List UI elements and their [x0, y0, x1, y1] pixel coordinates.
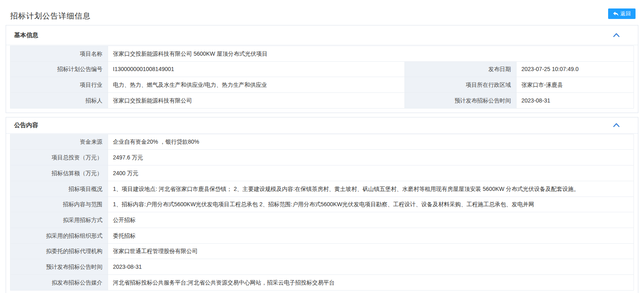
table-row: 资金来源 企业自有资金20% ，银行贷款80%	[10, 134, 634, 150]
announcement-title: 公告内容	[14, 121, 38, 129]
chevron-up-icon[interactable]	[613, 33, 620, 38]
table-row: 招标计划公告编号 I1300000001008149001 发布日期 2023-…	[10, 61, 634, 77]
field-value: 2023-07-25 10:07:49.0	[517, 61, 634, 77]
field-label: 拟发布招标公告媒介	[10, 274, 108, 290]
field-label: 拟采用招标方式	[10, 212, 108, 228]
field-label: 招标计划公告编号	[10, 61, 108, 77]
table-row: 拟委托的招标代理机构 张家口世通工程管理股份有限公司	[10, 243, 634, 259]
field-value: 张家口市-涿鹿县	[517, 77, 634, 93]
table-row: 项目行业 电力、热力、燃气及水生产和供应业/电力、热力生产和供应业 项目所在行政…	[10, 77, 634, 93]
field-label: 资金来源	[10, 134, 108, 150]
chevron-up-icon[interactable]	[613, 123, 620, 128]
field-label: 项目总投资（万元）	[10, 150, 108, 165]
table-row: 招标估算额（万元） 2400 万元	[10, 165, 634, 181]
field-value: 1、招标内容:户用分布式5600KW光伏发电项目工程总承包 2、招标范围:户用分…	[108, 197, 634, 212]
field-label: 预计发布招标公告时间	[10, 259, 108, 275]
field-value: 公开招标	[108, 212, 634, 228]
field-label: 项目所在行政区域	[405, 77, 517, 93]
field-value: 2023-08-31	[108, 259, 634, 275]
field-label: 项目名称	[10, 46, 108, 62]
field-value: 河北省招标投标公共服务平台;河北省公共资源交易中心网站，招采云电子招投标交易平台	[108, 274, 634, 290]
panel-gap	[0, 113, 644, 117]
field-label: 招标人	[10, 93, 108, 109]
field-value: 电力、热力、燃气及水生产和供应业/电力、热力生产和供应业	[108, 77, 405, 93]
table-row: 招标人 张家口交投新能源科技有限公司 预计发布招标公告时间 2023-08-31	[10, 93, 634, 109]
basic-info-title: 基本信息	[14, 31, 38, 39]
table-row: 项目总投资（万元） 2497.6 万元	[10, 150, 634, 165]
announcement-header[interactable]: 公告内容	[6, 117, 638, 134]
back-button-label: 返回	[621, 10, 631, 17]
field-label: 招标项目概况	[10, 181, 108, 197]
table-row: 招标内容与范围 1、招标内容:户用分布式5600KW光伏发电项目工程总承包 2、…	[10, 197, 634, 212]
basic-info-table-wrap: 项目名称 张家口交投新能源科技有限公司 5600KW 屋顶分布式光伏项目 招标计…	[6, 45, 638, 113]
field-label: 预计发布招标公告时间	[405, 93, 517, 109]
field-value: 1、项目建设地点: 河北省张家口市鹿县保岱镇； 2、主要建设规模及内容:在保镇茶…	[108, 181, 634, 197]
field-label: 项目行业	[10, 77, 108, 93]
field-value: 2400 万元	[108, 165, 634, 181]
field-value: 张家口交投新能源科技有限公司	[108, 93, 405, 109]
page-title: 招标计划公告详细信息	[10, 11, 91, 21]
table-row: 拟采用的招标组织形式 委托招标	[10, 228, 634, 243]
basic-info-table: 项目名称 张家口交投新能源科技有限公司 5600KW 屋顶分布式光伏项目 招标计…	[10, 46, 634, 109]
field-label: 招标估算额（万元）	[10, 165, 108, 181]
announcement-panel: 公告内容 资金来源 企业自有资金20% ，银行贷款80% 项目总投资（万元） 2…	[6, 117, 638, 293]
announcement-table-wrap: 资金来源 企业自有资金20% ，银行贷款80% 项目总投资（万元） 2497.6…	[6, 134, 638, 293]
field-value: 2023-08-31	[517, 93, 634, 109]
top-bar: 招标计划公告详细信息 返回	[0, 0, 644, 25]
table-row: 项目名称 张家口交投新能源科技有限公司 5600KW 屋顶分布式光伏项目	[10, 46, 634, 62]
field-value: 张家口世通工程管理股份有限公司	[108, 243, 634, 259]
table-row: 预计发布招标公告时间 2023-08-31	[10, 259, 634, 275]
field-label: 招标内容与范围	[10, 197, 108, 212]
back-button[interactable]: 返回	[608, 8, 636, 19]
announcement-table: 资金来源 企业自有资金20% ，银行贷款80% 项目总投资（万元） 2497.6…	[10, 134, 634, 291]
back-arrow-icon	[613, 11, 619, 17]
field-label: 拟采用的招标组织形式	[10, 228, 108, 243]
field-value: 2497.6 万元	[108, 150, 634, 165]
basic-info-panel: 基本信息 项目名称 张家口交投新能源科技有限公司 5600KW 屋顶分布式光伏项…	[6, 25, 638, 113]
table-row: 拟发布招标公告媒介 河北省招标投标公共服务平台;河北省公共资源交易中心网站，招采…	[10, 274, 634, 290]
basic-info-header[interactable]: 基本信息	[6, 25, 638, 45]
field-label: 发布日期	[405, 61, 517, 77]
field-value: 企业自有资金20% ，银行贷款80%	[108, 134, 634, 150]
field-label: 拟委托的招标代理机构	[10, 243, 108, 259]
field-value: I1300000001008149001	[108, 61, 405, 77]
table-row: 招标项目概况 1、项目建设地点: 河北省张家口市鹿县保岱镇； 2、主要建设规模及…	[10, 181, 634, 197]
field-value: 张家口交投新能源科技有限公司 5600KW 屋顶分布式光伏项目	[108, 46, 634, 62]
field-value: 委托招标	[108, 228, 634, 243]
table-row: 拟采用招标方式 公开招标	[10, 212, 634, 228]
